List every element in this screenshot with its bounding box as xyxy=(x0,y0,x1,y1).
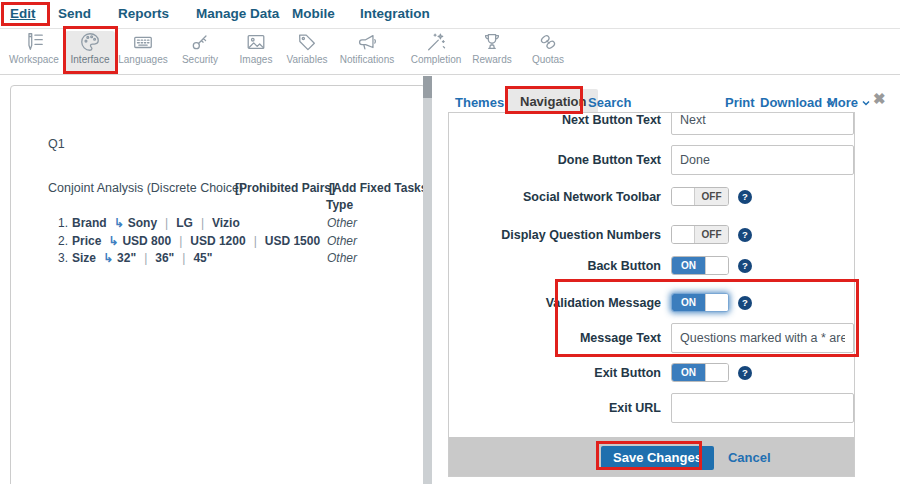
help-icon[interactable]: ? xyxy=(738,259,752,273)
nav-item-manage-data[interactable]: Manage Data xyxy=(196,6,279,21)
attribute-level: USD 1500 xyxy=(265,234,320,248)
toggle-thumb xyxy=(705,294,728,311)
attribute-name: Size xyxy=(72,251,96,265)
toolbar-label: Notifications xyxy=(340,54,394,65)
form-row-exit-url: Exit URL xyxy=(449,393,854,423)
level-separator: | xyxy=(182,251,185,265)
field-label: Display Question Numbers xyxy=(449,228,661,242)
help-icon[interactable]: ? xyxy=(738,296,752,310)
toolbar-item-variables[interactable]: Variables xyxy=(274,31,340,72)
attribute-type: Other xyxy=(327,234,357,248)
tab-themes[interactable]: Themes xyxy=(455,95,504,110)
download-label: Download xyxy=(760,95,822,110)
branch-arrow-icon: ↳ xyxy=(103,251,113,265)
form-row-validation-message: Validation Message ON ? xyxy=(449,293,854,312)
level-separator: | xyxy=(254,234,257,248)
done-button-text-input[interactable] xyxy=(671,145,854,175)
level-separator: | xyxy=(201,216,204,230)
help-icon[interactable]: ? xyxy=(738,190,752,204)
toolbar-label: Variables xyxy=(287,54,328,65)
print-link[interactable]: Print xyxy=(725,95,755,110)
toolbar-label: Languages xyxy=(118,54,168,65)
field-label: Back Button xyxy=(449,259,661,273)
field-label: Social Network Toolbar xyxy=(449,190,661,204)
toggle-state-label: ON xyxy=(672,294,705,311)
field-label: Next Button Text xyxy=(449,113,661,127)
validation-message-toggle[interactable]: ON xyxy=(671,293,729,312)
attribute-row: 3. Size ↳ 32" | 36" | 45" xyxy=(58,251,212,265)
social-network-toolbar-toggle[interactable]: OFF xyxy=(671,187,729,206)
next-button-text-input[interactable] xyxy=(671,112,854,135)
close-icon[interactable]: ✖ xyxy=(873,90,886,108)
nav-item-reports[interactable]: Reports xyxy=(118,6,169,21)
toggle-thumb xyxy=(672,226,695,243)
magic-wand-icon xyxy=(425,31,447,53)
attribute-type: Other xyxy=(327,251,357,265)
nav-item-edit[interactable]: Edit xyxy=(10,6,36,21)
toggle-state-label: ON xyxy=(672,257,705,274)
toggle-thumb xyxy=(672,188,695,205)
nav-item-mobile[interactable]: Mobile xyxy=(292,6,335,21)
attribute-level: 36" xyxy=(155,251,174,265)
cancel-link[interactable]: Cancel xyxy=(728,450,771,465)
vertical-scrollbar-track[interactable] xyxy=(423,76,432,484)
help-icon[interactable]: ? xyxy=(738,366,752,380)
form-row-social-network-toolbar: Social Network Toolbar OFF ? xyxy=(449,187,854,206)
attribute-number: 3. xyxy=(58,251,72,265)
trophy-icon xyxy=(481,31,503,53)
attribute-number: 2. xyxy=(58,234,72,248)
toolbar-item-workspace[interactable]: Workspace xyxy=(1,31,67,72)
tab-navigation[interactable]: Navigation xyxy=(508,89,598,114)
display-question-numbers-toggle[interactable]: OFF xyxy=(671,225,729,244)
prohibited-pairs-link[interactable]: [Prohibited Pairs] xyxy=(235,181,335,195)
tab-search[interactable]: Search xyxy=(588,95,631,110)
back-button-toggle[interactable]: ON xyxy=(671,256,729,275)
survey-preview-panel: Q1 Conjoint Analysis (Discrete Choice) [… xyxy=(10,85,426,484)
attribute-level: 45" xyxy=(193,251,212,265)
help-icon[interactable]: ? xyxy=(738,228,752,242)
question-type-title: Conjoint Analysis (Discrete Choice) xyxy=(48,181,243,195)
pen-list-icon xyxy=(23,31,45,53)
toolbar-item-quotas[interactable]: Quotas xyxy=(515,31,581,72)
level-separator: | xyxy=(144,251,147,265)
nav-item-send[interactable]: Send xyxy=(58,6,91,21)
toolbar-label: Interface xyxy=(71,54,110,65)
toolbar-label: Workspace xyxy=(9,54,59,65)
exit-url-input[interactable] xyxy=(671,393,854,423)
level-separator: | xyxy=(179,234,182,248)
toggle-state-label: OFF xyxy=(695,188,728,205)
add-fixed-tasks-link[interactable]: [Add Fixed Tasks xyxy=(329,181,426,195)
more-menu[interactable]: More xyxy=(827,95,871,110)
megaphone-icon xyxy=(356,31,378,53)
branch-arrow-icon: ↳ xyxy=(108,234,118,248)
more-label: More xyxy=(827,95,858,110)
exit-button-toggle[interactable]: ON xyxy=(671,363,729,382)
toolbar-item-interface[interactable]: Interface xyxy=(65,31,115,72)
key-icon xyxy=(189,31,211,53)
toggle-thumb xyxy=(705,364,728,381)
edit-toolbar: Workspace Interface Languages Security xyxy=(0,29,900,75)
branch-arrow-icon: ↳ xyxy=(114,216,124,230)
save-changes-button[interactable]: Save Changes xyxy=(601,446,714,470)
attribute-name: Price xyxy=(72,234,101,248)
message-text-input[interactable] xyxy=(671,323,854,353)
form-row-done-button-text: Done Button Text xyxy=(449,145,854,175)
toolbar-label: Completion xyxy=(411,54,462,65)
toolbar-label: Rewards xyxy=(472,54,511,65)
vertical-scrollbar-thumb[interactable] xyxy=(423,76,432,98)
toggle-thumb xyxy=(705,257,728,274)
attribute-row: 1. Brand ↳ Sony | LG | Vizio xyxy=(58,216,240,230)
question-id: Q1 xyxy=(48,137,65,151)
toolbar-item-notifications[interactable]: Notifications xyxy=(334,31,400,72)
download-menu[interactable]: Download xyxy=(760,95,835,110)
app-window: Edit Send Reports Manage Data Mobile Int… xyxy=(0,0,900,484)
form-footer: Save Changes Cancel xyxy=(449,437,854,477)
attribute-level: USD 800 xyxy=(122,234,171,248)
toolbar-label: Quotas xyxy=(532,54,564,65)
nav-item-integration[interactable]: Integration xyxy=(360,6,430,21)
form-row-message-text: Message Text xyxy=(449,323,854,353)
palette-icon xyxy=(79,31,101,53)
image-icon xyxy=(245,31,267,53)
form-row-exit-button: Exit Button ON ? xyxy=(449,363,854,382)
attribute-name: Brand xyxy=(72,216,107,230)
